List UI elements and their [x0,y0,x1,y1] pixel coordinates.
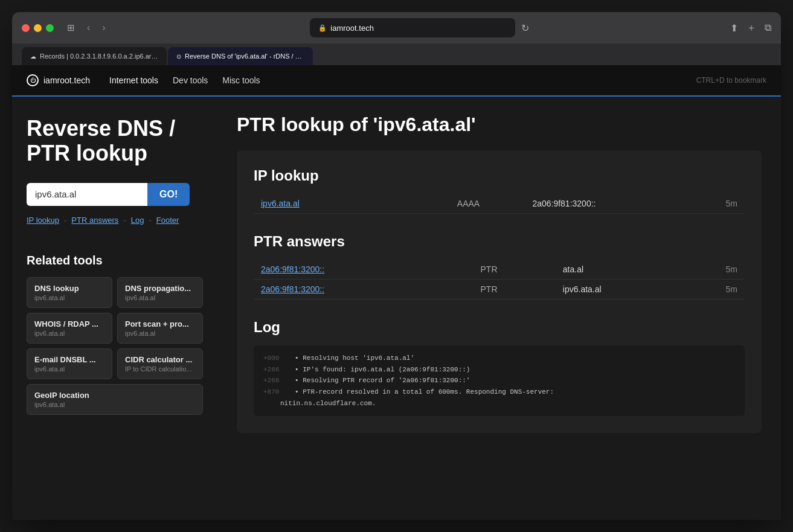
back-button[interactable]: ‹ [83,21,94,34]
sidebar-toggle-button[interactable]: ⊞ [63,21,79,34]
related-tools-title: Related tools [27,254,203,268]
tools-grid: DNS lookup ipv6.ata.al DNS propagatio...… [27,277,203,415]
page-link-footer[interactable]: Footer [156,216,179,225]
tool-cidr[interactable]: CIDR calculator ... IP to CIDR calculati… [117,348,203,379]
search-form: GO! [27,183,203,206]
tool-port-scan-subtitle: ipv6.ata.al [125,330,195,337]
tool-email-dnsbl-title: E-mail DNSBL ... [34,355,104,364]
log-entry-2: +266 • IP's found: ipv6.ata.al (2a06:9f8… [263,364,735,376]
ip-record-ttl: 5m [683,194,745,214]
minimize-button[interactable] [34,24,42,32]
log-container: +000 • Resolving host 'ipv6.ata.al' +266… [254,345,745,416]
browser-controls: ⊞ ‹ › [63,21,109,34]
ptr-record-1-ttl: 5m [676,260,745,280]
tool-whois-subtitle: ipv6.ata.al [34,330,104,337]
tool-geoip-subtitle: ipv6.ata.al [34,401,195,408]
tool-dns-propagation-subtitle: ipv6.ata.al [125,294,195,301]
right-panel: PTR lookup of 'ipv6.ata.al' IP lookup ip… [217,97,781,520]
tool-dns-lookup-subtitle: ipv6.ata.al [34,294,104,301]
tool-geoip-title: GeoIP location [34,391,195,400]
table-row: 2a06:9f81:3200:: PTR ipv6.ata.al 5m [254,280,745,300]
browser-actions: ⬆ ＋ ⧉ [730,22,771,34]
log-entry-1: +000 • Resolving host 'ipv6.ata.al' [263,353,735,364]
nav-links: Internet tools Dev tools Misc tools [109,75,260,85]
tool-cidr-subtitle: IP to CIDR calculatio... [125,365,195,373]
refresh-button[interactable]: ↻ [521,22,529,34]
log-title: Log [254,319,745,336]
log-entry-4b: nitin.ns.cloudflare.com. [263,398,735,409]
log-entry-3: +266 • Resolving PTR record of '2a06:9f8… [263,375,735,386]
search-button[interactable]: GO! [147,183,190,206]
left-panel: Reverse DNS /PTR lookup GO! IP lookup - … [12,97,217,520]
tabs-overview-button[interactable]: ⧉ [765,22,771,33]
sep-3: - [149,216,151,225]
address-bar-container: 🔒 iamroot.tech ↻ [117,18,723,37]
tool-whois[interactable]: WHOIS / RDAP ... ipv6.ata.al [27,313,112,344]
browser-titlebar: ⊞ ‹ › 🔒 iamroot.tech ↻ ⬆ ＋ ⧉ [12,12,781,43]
result-card: IP lookup ipv6.ata.al AAAA 2a06:9f81:320… [237,150,762,433]
tab-cloudflare[interactable]: ☁ Records | 0.0.2.3.1.8.f.9.6.0.a.2.ip6.… [22,47,167,65]
ptr-answers-table: 2a06:9f81:3200:: PTR ata.al 5m 2a06:9f81… [254,260,745,300]
tool-dns-propagation-title: DNS propagatio... [125,284,195,293]
ip-record-name[interactable]: ipv6.ata.al [254,194,450,214]
page-link-ptr-answers[interactable]: PTR answers [71,216,118,225]
log-msg-1: • Resolving host 'ipv6.ata.al' [295,353,414,364]
tool-email-dnsbl[interactable]: E-mail DNSBL ... ipv6.ata.al [27,348,112,379]
traffic-lights [22,24,54,32]
page-link-ip-lookup[interactable]: IP lookup [27,216,59,225]
tool-port-scan[interactable]: Port scan + pro... ipv6.ata.al [117,313,203,344]
ptr-answers-title: PTR answers [254,233,745,250]
address-bar[interactable]: 🔒 iamroot.tech [310,18,515,37]
ip-record-type: AAAA [450,194,525,214]
tab-title-cloudflare: Records | 0.0.2.3.1.8.f.9.6.0.a.2.ip6.ar… [40,53,158,60]
ptr-record-1-name[interactable]: 2a06:9f81:3200:: [254,260,474,280]
tool-whois-title: WHOIS / RDAP ... [34,319,104,328]
ptr-record-2-value: ipv6.ata.al [556,280,676,300]
log-time-1: +000 [263,353,287,364]
bookmark-hint: CTRL+D to bookmark [696,76,766,85]
log-time-2: +266 [263,364,287,376]
tab-title-iamroot: Reverse DNS of 'ipv6.ata.al' - rDNS / PT… [185,53,304,60]
ptr-record-2-ttl: 5m [676,280,745,300]
log-msg-4b: nitin.ns.cloudflare.com. [280,398,376,409]
log-time-4: +870 [263,386,287,398]
tool-port-scan-title: Port scan + pro... [125,319,195,328]
ip-record-value: 2a06:9f81:3200:: [525,194,683,214]
tool-email-dnsbl-subtitle: ipv6.ata.al [34,365,104,373]
url-text: iamroot.tech [330,24,374,33]
table-row: ipv6.ata.al AAAA 2a06:9f81:3200:: 5m [254,194,745,214]
sep-1: - [64,216,66,225]
maximize-button[interactable] [46,24,54,32]
ptr-record-2-name[interactable]: 2a06:9f81:3200:: [254,280,474,300]
log-msg-4: • PTR-record resolved in a total of 600m… [295,386,554,398]
logo-text: iamroot.tech [43,75,90,85]
tool-dns-lookup[interactable]: DNS lookup ipv6.ata.al [27,277,112,308]
sep-2: - [123,216,126,225]
browser-tabs: ☁ Records | 0.0.2.3.1.8.f.9.6.0.a.2.ip6.… [12,43,781,65]
log-entry-4: +870 • PTR-record resolved in a total of… [263,386,735,398]
table-row: 2a06:9f81:3200:: PTR ata.al 5m [254,260,745,280]
page-link-log[interactable]: Log [131,216,144,225]
close-button[interactable] [22,24,30,32]
log-time-3: +266 [263,375,287,386]
log-msg-3: • Resolving PTR record of '2a06:9f81:320… [295,375,470,386]
nav-dev-tools[interactable]: Dev tools [173,75,208,85]
log-msg-2: • IP's found: ipv6.ata.al (2a06:9f81:320… [295,364,470,376]
forward-button[interactable]: › [98,21,109,34]
ip-lookup-title: IP lookup [254,167,745,184]
tool-geoip[interactable]: GeoIP location ipv6.ata.al [27,384,203,415]
search-input[interactable] [27,183,147,206]
tool-cidr-title: CIDR calculator ... [125,355,195,364]
nav-internet-tools[interactable]: Internet tools [109,75,158,85]
result-title: PTR lookup of 'ipv6.ata.al' [237,114,762,136]
new-tab-button[interactable]: ＋ [746,22,756,34]
tool-dns-lookup-title: DNS lookup [34,284,104,293]
lock-icon: 🔒 [318,24,327,32]
ip-lookup-table: ipv6.ata.al AAAA 2a06:9f81:3200:: 5m [254,194,745,214]
page-links: IP lookup - PTR answers - Log - Footer [27,216,203,225]
ptr-record-1-type: PTR [474,260,556,280]
tool-dns-propagation[interactable]: DNS propagatio... ipv6.ata.al [117,277,203,308]
tab-iamroot[interactable]: ⊙ Reverse DNS of 'ipv6.ata.al' - rDNS / … [168,47,313,65]
nav-misc-tools[interactable]: Misc tools [222,75,260,85]
share-button[interactable]: ⬆ [730,22,738,34]
